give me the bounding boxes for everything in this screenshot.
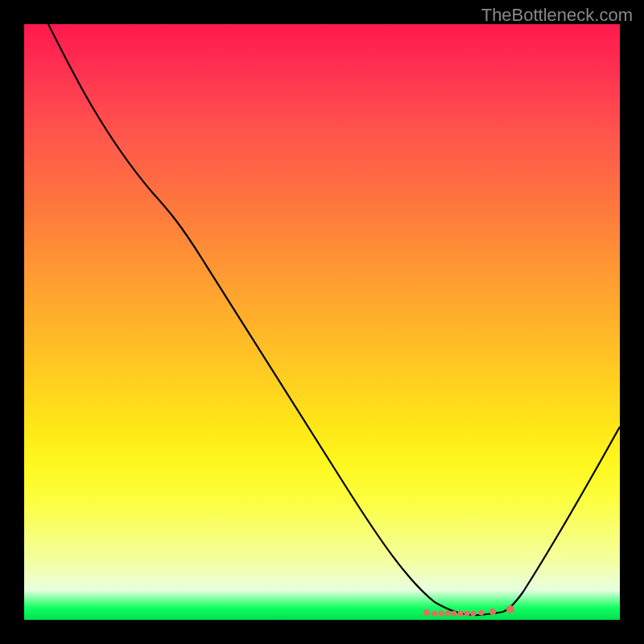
curve-path — [48, 24, 620, 615]
data-marker — [479, 610, 485, 616]
data-marker — [489, 609, 496, 615]
data-marker — [452, 611, 457, 617]
plot-area — [24, 24, 620, 620]
data-marker — [432, 611, 438, 617]
data-marker — [464, 611, 470, 617]
chart-svg — [24, 24, 620, 620]
data-marker — [471, 611, 477, 617]
data-marker — [506, 605, 514, 613]
data-marker — [423, 609, 430, 616]
data-marker — [445, 611, 451, 617]
watermark-text: TheBottleneck.com — [481, 5, 633, 26]
data-marker — [439, 611, 444, 617]
data-marker — [458, 611, 464, 617]
